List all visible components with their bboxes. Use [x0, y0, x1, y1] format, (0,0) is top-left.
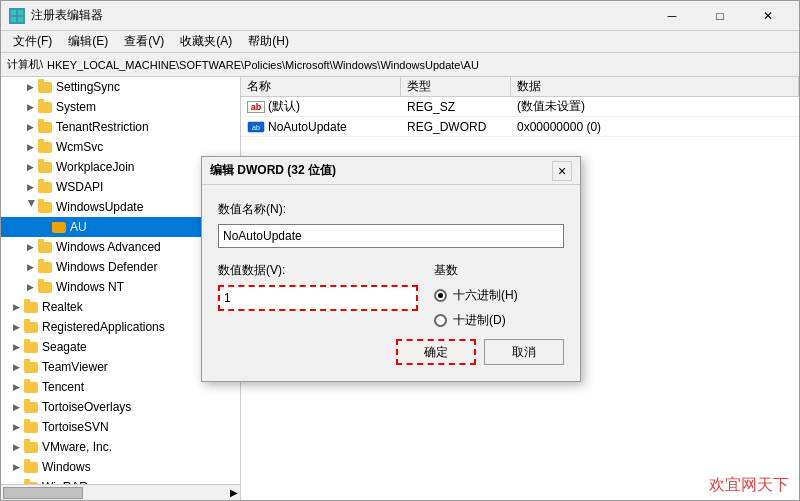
tree-horizontal-scrollbar[interactable]: ▶ — [1, 484, 240, 500]
menu-help[interactable]: 帮助(H) — [240, 31, 297, 52]
tree-label: TortoiseOverlays — [42, 400, 131, 414]
dialog-right-section: 基数 十六进制(H) 十进制(D) — [434, 262, 564, 329]
cell-data: 0x00000000 (0) — [511, 117, 799, 136]
tree-item-settingsync[interactable]: ▶ SettingSync — [1, 77, 240, 97]
folder-icon — [23, 460, 39, 474]
edit-dword-dialog: 编辑 DWORD (32 位值) × 数值名称(N): 数值数据(V): — [201, 156, 581, 382]
tree-arrow: ▶ — [9, 300, 23, 314]
tree-label: Windows — [42, 460, 91, 474]
folder-icon — [37, 280, 53, 294]
col-header-type: 类型 — [401, 77, 511, 96]
dialog-content-row: 数值数据(V): 基数 十六进制(H) — [218, 262, 564, 329]
folder-icon — [37, 120, 53, 134]
tree-label: Seagate — [42, 340, 87, 354]
folder-icon — [23, 480, 39, 484]
radio-hex-label: 十六进制(H) — [453, 287, 518, 304]
tree-arrow: ▶ — [9, 380, 23, 394]
address-bar: 计算机\ HKEY_LOCAL_MACHINE\SOFTWARE\Policie… — [1, 53, 799, 77]
radio-hex-circle — [434, 289, 447, 302]
tree-label: WindowsUpdate — [56, 200, 143, 214]
scroll-right-btn[interactable]: ▶ — [228, 487, 240, 498]
tree-arrow: ▶ — [23, 120, 37, 134]
main-window: 注册表编辑器 ─ □ ✕ 文件(F) 编辑(E) 查看(V) 收藏夹(A) 帮助… — [0, 0, 800, 501]
dialog-ok-button[interactable]: 确定 — [396, 339, 476, 365]
dialog-left-section: 数值数据(V): — [218, 262, 418, 327]
tree-item-system[interactable]: ▶ System — [1, 97, 240, 117]
radio-group: 十六进制(H) 十进制(D) — [434, 287, 564, 329]
folder-icon — [23, 420, 39, 434]
minimize-button[interactable]: ─ — [649, 2, 695, 30]
maximize-button[interactable]: □ — [697, 2, 743, 30]
dialog-name-input[interactable] — [218, 224, 564, 248]
radio-dec[interactable]: 十进制(D) — [434, 312, 564, 329]
tree-arrow: ▶ — [23, 200, 37, 214]
svg-rect-1 — [18, 10, 23, 15]
tree-label: Windows Defender — [56, 260, 157, 274]
cell-name: ab NoAutoUpdate — [241, 117, 401, 136]
address-path: HKEY_LOCAL_MACHINE\SOFTWARE\Policies\Mic… — [47, 59, 479, 71]
table-row[interactable]: ab NoAutoUpdate REG_DWORD 0x00000000 (0) — [241, 117, 799, 137]
tree-arrow: ▶ — [23, 100, 37, 114]
tree-arrow: ▶ — [9, 340, 23, 354]
value-input-wrapper — [218, 285, 418, 311]
folder-icon — [37, 180, 53, 194]
tree-arrow: ▶ — [9, 440, 23, 454]
tree-item-windows[interactable]: ▶ Windows — [1, 457, 240, 477]
col-header-data: 数据 — [511, 77, 799, 96]
tree-label: Realtek — [42, 300, 83, 314]
tree-item-winrar[interactable]: ▶ WinRAR — [1, 477, 240, 484]
reg-type-icon: ab — [247, 121, 265, 133]
dialog-body: 数值名称(N): 数值数据(V): 基数 — [202, 185, 580, 381]
tree-item-vmware[interactable]: ▶ VMware, Inc. — [1, 437, 240, 457]
dialog-cancel-button[interactable]: 取消 — [484, 339, 564, 365]
tree-item-wcmsvc[interactable]: ▶ WcmSvc — [1, 137, 240, 157]
window-controls: ─ □ ✕ — [649, 2, 791, 30]
radio-dec-label: 十进制(D) — [453, 312, 506, 329]
table-header: 名称 类型 数据 — [241, 77, 799, 97]
table-row[interactable]: ab (默认) REG_SZ (数值未设置) — [241, 97, 799, 117]
address-label: 计算机\ — [7, 57, 43, 72]
folder-icon — [37, 240, 53, 254]
tree-label: TortoiseSVN — [42, 420, 109, 434]
radio-dec-circle — [434, 314, 447, 327]
svg-rect-0 — [11, 10, 16, 15]
folder-icon — [51, 220, 67, 234]
dialog-title-bar: 编辑 DWORD (32 位值) × — [202, 157, 580, 185]
cell-name: ab (默认) — [241, 97, 401, 116]
app-icon — [9, 8, 25, 24]
tree-label: Windows NT — [56, 280, 124, 294]
tree-arrow: ▶ — [23, 260, 37, 274]
menu-bar: 文件(F) 编辑(E) 查看(V) 收藏夹(A) 帮助(H) — [1, 31, 799, 53]
title-bar-left: 注册表编辑器 — [9, 7, 103, 24]
tree-arrow: ▶ — [23, 160, 37, 174]
tree-label: AU — [70, 220, 87, 234]
window-title: 注册表编辑器 — [31, 7, 103, 24]
tree-label: VMware, Inc. — [42, 440, 112, 454]
menu-favorites[interactable]: 收藏夹(A) — [172, 31, 240, 52]
menu-file[interactable]: 文件(F) — [5, 31, 60, 52]
tree-item-tortoiseoverlays[interactable]: ▶ TortoiseOverlays — [1, 397, 240, 417]
tree-label: Windows Advanced — [56, 240, 161, 254]
radio-hex[interactable]: 十六进制(H) — [434, 287, 564, 304]
tree-arrow: ▶ — [9, 360, 23, 374]
tree-label: SettingSync — [56, 80, 120, 94]
reg-type-icon: ab — [247, 101, 265, 113]
svg-rect-3 — [18, 17, 23, 22]
folder-icon — [37, 260, 53, 274]
menu-view[interactable]: 查看(V) — [116, 31, 172, 52]
tree-arrow: ▶ — [9, 460, 23, 474]
folder-icon — [23, 400, 39, 414]
menu-edit[interactable]: 编辑(E) — [60, 31, 116, 52]
dialog-close-button[interactable]: × — [552, 161, 572, 181]
dialog-buttons: 确定 取消 — [218, 339, 564, 365]
folder-icon — [23, 340, 39, 354]
tree-item-tenantrestriction[interactable]: ▶ TenantRestriction — [1, 117, 240, 137]
tree-arrow: ▶ — [23, 280, 37, 294]
tree-item-tortoisesvn[interactable]: ▶ TortoiseSVN — [1, 417, 240, 437]
folder-icon — [37, 100, 53, 114]
tree-label: TeamViewer — [42, 360, 108, 374]
tree-label: Tencent — [42, 380, 84, 394]
dialog-value-input[interactable] — [218, 285, 418, 311]
folder-icon — [37, 160, 53, 174]
close-button[interactable]: ✕ — [745, 2, 791, 30]
